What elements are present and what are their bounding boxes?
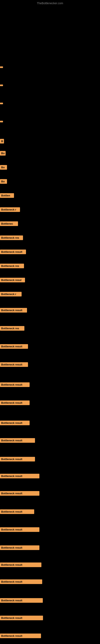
bottleneck-result-item: Bottleneck r [0, 207, 20, 212]
bottleneck-result-item: Bottleneck result [0, 438, 35, 443]
bottleneck-result-item [0, 84, 3, 86]
bottleneck-result-item [0, 66, 3, 68]
bottleneck-result-item: Bottleneck res [0, 236, 23, 240]
bottleneck-result-item: Bottleneck result [0, 308, 27, 312]
bottleneck-result-item: Bottleneck result [0, 598, 43, 603]
bottleneck-result-item: Bottleneck r [0, 292, 22, 296]
site-title: TheBottlenecker.com [0, 0, 100, 6]
bottleneck-result-item [0, 121, 3, 122]
bottleneck-result-item: Bottleneck result [0, 400, 30, 405]
bottleneck-result-item: Bottleneck result [0, 344, 28, 349]
bottleneck-result-item: Bottleneck result [0, 616, 43, 620]
bottleneck-result-item: Bottleneck result [0, 382, 30, 387]
bottleneck-result-item [0, 103, 3, 104]
bottleneck-result-item: Bottleneck result [0, 580, 42, 584]
bottleneck-result-item: Bottleneck result [0, 562, 41, 567]
bottleneck-result-item: Bottleneck result [0, 634, 41, 638]
bottleneck-result-item: Bottleneck res [0, 264, 24, 268]
bottleneck-result-item: Bottleneck result [0, 527, 39, 532]
bottleneck-result-item: Bottleneck result [0, 362, 28, 367]
bottleneck-result-item: Bottleneck result [0, 457, 35, 462]
bottleneck-result-item: Bottleneck result [0, 509, 34, 514]
bottleneck-result-item: Bottlenec [0, 222, 18, 226]
bottleneck-result-item: Bottleneck result [0, 546, 39, 550]
bottleneck-result-item: Bottleneck result [0, 420, 30, 425]
bottleneck-result-item: Bottleneck result [0, 474, 39, 478]
bottleneck-result-item: Bo [0, 151, 6, 156]
bottleneck-result-item: Bottleneck resul [0, 278, 25, 282]
bottleneck-result-item: Bottleneck result [0, 491, 39, 496]
bottleneck-result-item: Bottleneck result [0, 250, 26, 254]
bottleneck-result-item: Bottleneck res [0, 326, 24, 331]
bottleneck-result-item: B [0, 139, 4, 144]
bottleneck-result-item: Bo [0, 179, 7, 184]
bottleneck-result-item: Bottlen [0, 193, 14, 198]
bottleneck-result-item: Bo [0, 165, 7, 170]
